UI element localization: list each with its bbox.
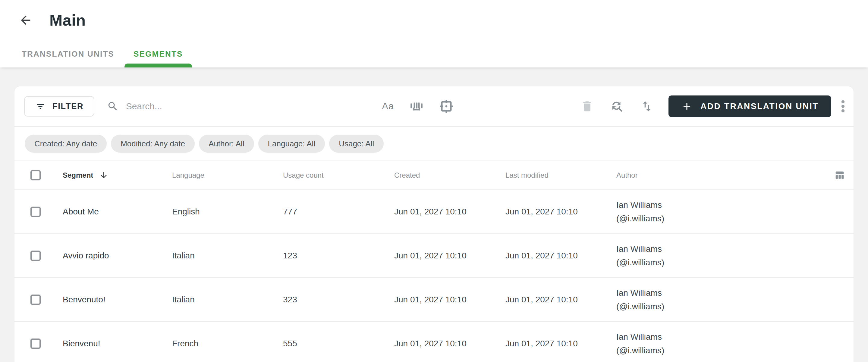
whole-word-button[interactable] <box>410 99 424 113</box>
segment-cell: Bienvenu! <box>63 339 172 349</box>
column-header-language[interactable]: Language <box>172 171 283 179</box>
plus-icon <box>681 101 692 112</box>
find-replace-button[interactable] <box>610 99 624 113</box>
kebab-icon <box>841 99 845 114</box>
row-checkbox[interactable] <box>30 338 41 349</box>
main-content: FILTER Aa <box>0 67 868 362</box>
match-case-icon: Aa <box>382 101 394 112</box>
filter-chip[interactable]: Language: All <box>258 135 325 153</box>
author-cell: Ian Williams(@i.williams) <box>616 198 821 225</box>
column-header-last-modified[interactable]: Last modified <box>505 171 616 179</box>
table-header: Segment Language Usage count Created Las… <box>14 161 854 190</box>
filter-chip[interactable]: Author: All <box>199 135 254 153</box>
tab-label: SEGMENTS <box>133 50 183 59</box>
trash-icon <box>581 100 594 113</box>
last-modified-cell: Jun 01, 2027 10:10 <box>505 295 616 304</box>
last-modified-cell: Jun 01, 2027 10:10 <box>505 251 616 261</box>
row-checkbox[interactable] <box>30 251 41 261</box>
language-cell: English <box>172 207 283 217</box>
segments-card: FILTER Aa <box>14 87 854 362</box>
arrow-left-icon <box>19 13 33 27</box>
filter-chip[interactable]: Modified: Any date <box>111 135 195 153</box>
sort-button[interactable] <box>640 100 653 113</box>
delete-button[interactable] <box>581 100 594 113</box>
toolbar-actions <box>581 99 653 113</box>
row-checkbox[interactable] <box>30 295 41 305</box>
table-row[interactable]: Bienvenu!French555Jun 01, 2027 10:10Jun … <box>14 322 854 362</box>
add-button-label: ADD TRANSLATION UNIT <box>701 101 818 111</box>
sort-arrow-down-icon <box>99 171 108 180</box>
last-modified-cell: Jun 01, 2027 10:10 <box>505 207 616 217</box>
find-replace-icon <box>610 99 624 113</box>
created-cell: Jun 01, 2027 10:10 <box>394 339 505 349</box>
tab-label: TRANSLATION UNITS <box>22 50 114 59</box>
search-options: Aa <box>382 99 454 113</box>
search-box[interactable] <box>107 100 338 112</box>
more-options-button[interactable] <box>841 99 845 114</box>
usage-count-cell: 123 <box>283 251 394 261</box>
column-header-segment[interactable]: Segment <box>63 171 172 180</box>
segment-cell: Avvio rapido <box>63 251 172 261</box>
center-focus-button[interactable] <box>439 99 454 113</box>
column-header-author[interactable]: Author <box>616 171 821 179</box>
tab-bar: TRANSLATION UNITS SEGMENTS <box>0 40 868 67</box>
column-picker-button[interactable] <box>834 169 846 181</box>
table-row[interactable]: Benvenuto!Italian323Jun 01, 2027 10:10Ju… <box>14 278 854 322</box>
author-cell: Ian Williams(@i.williams) <box>616 330 821 357</box>
author-cell: Ian Williams(@i.williams) <box>616 286 821 313</box>
row-checkbox[interactable] <box>30 207 41 217</box>
language-cell: French <box>172 339 283 349</box>
created-cell: Jun 01, 2027 10:10 <box>394 207 505 217</box>
match-case-button[interactable]: Aa <box>382 101 394 112</box>
toolbar: FILTER Aa <box>14 87 854 126</box>
tab-segments[interactable]: SEGMENTS <box>124 40 193 67</box>
column-header-created[interactable]: Created <box>394 171 505 179</box>
segment-cell: Benvenuto! <box>63 295 172 304</box>
language-cell: Italian <box>172 251 283 261</box>
created-cell: Jun 01, 2027 10:10 <box>394 295 505 304</box>
select-all-checkbox[interactable] <box>30 170 41 180</box>
table-columns-icon <box>834 169 846 181</box>
usage-count-cell: 777 <box>283 207 394 217</box>
filter-button[interactable]: FILTER <box>24 96 94 117</box>
filter-chip[interactable]: Created: Any date <box>25 135 107 153</box>
active-tab-underline <box>124 64 192 67</box>
language-cell: Italian <box>172 295 283 304</box>
funnel-lines-icon <box>35 101 46 112</box>
filter-chips-row: Created: Any dateModified: Any dateAutho… <box>14 126 854 161</box>
table-body: About MeEnglish777Jun 01, 2027 10:10Jun … <box>14 190 854 362</box>
whole-word-barcode-icon <box>410 99 424 113</box>
up-down-arrows-icon <box>640 100 653 113</box>
top-header: Main <box>0 0 868 40</box>
back-button[interactable] <box>19 13 33 27</box>
table-row[interactable]: About MeEnglish777Jun 01, 2027 10:10Jun … <box>14 190 854 234</box>
last-modified-cell: Jun 01, 2027 10:10 <box>505 339 616 349</box>
add-translation-unit-button[interactable]: ADD TRANSLATION UNIT <box>669 96 831 117</box>
table-row[interactable]: Avvio rapidoItalian123Jun 01, 2027 10:10… <box>14 234 854 278</box>
filter-chip[interactable]: Usage: All <box>329 135 384 153</box>
column-header-usage-count[interactable]: Usage count <box>283 171 394 179</box>
search-icon <box>107 100 119 112</box>
segment-cell: About Me <box>63 207 172 217</box>
frame-center-dot-icon <box>439 99 454 113</box>
search-input[interactable] <box>125 101 338 112</box>
author-cell: Ian Williams(@i.williams) <box>616 242 821 269</box>
page-title: Main <box>50 11 86 29</box>
usage-count-cell: 323 <box>283 295 394 304</box>
filter-button-label: FILTER <box>53 102 84 111</box>
created-cell: Jun 01, 2027 10:10 <box>394 251 505 261</box>
usage-count-cell: 555 <box>283 339 394 349</box>
tab-translation-units[interactable]: TRANSLATION UNITS <box>12 40 124 67</box>
